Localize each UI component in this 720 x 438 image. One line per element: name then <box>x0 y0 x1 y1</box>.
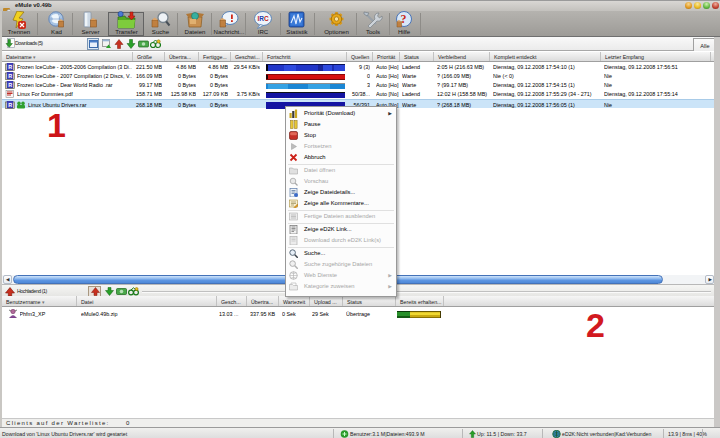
svg-text:R: R <box>8 102 12 108</box>
svg-text:R: R <box>8 82 12 88</box>
svg-text:R: R <box>8 73 12 79</box>
svg-text:IRC: IRC <box>258 15 270 22</box>
svg-text:R: R <box>8 64 12 70</box>
